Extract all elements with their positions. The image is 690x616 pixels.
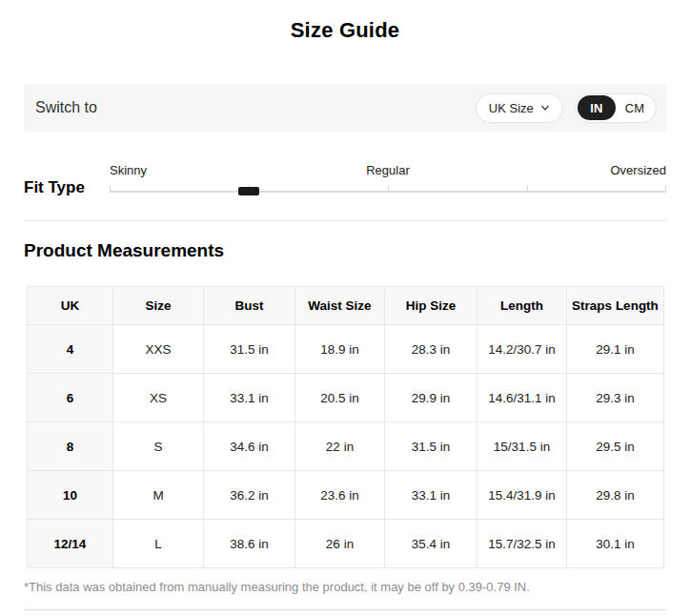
table-row: 12/14L38.6 in26 in35.4 in15.7/32.5 in30.… (28, 520, 664, 568)
switch-to-label: Switch to (35, 99, 97, 116)
measurement-cell: 23.6 in (295, 471, 385, 520)
size-table: UKSizeBustWaist SizeHip SizeLengthStraps… (27, 286, 664, 568)
bottom-divider (24, 609, 666, 610)
slider-tick (388, 185, 389, 193)
fit-type-label: Fit Type (24, 178, 110, 199)
measurement-cell: 38.6 in (204, 520, 295, 568)
measurement-cell: 29.5 in (567, 422, 664, 471)
measurement-cell: M (113, 471, 204, 520)
fit-type-section: Fit Type Skinny Regular Oversized (24, 160, 666, 199)
fit-type-track[interactable] (110, 182, 666, 195)
table-row: 10M36.2 in23.6 in33.1 in15.4/31.9 in29.8… (28, 471, 664, 520)
measurement-cell: 14.2/30.7 in (477, 325, 567, 374)
measurement-cell: 14.6/31.1 in (477, 374, 567, 422)
measurement-cell: XXS (113, 325, 204, 374)
measurement-cell: 36.2 in (204, 471, 295, 520)
fit-type-slider: Skinny Regular Oversized (110, 160, 666, 199)
column-header: Size (113, 287, 204, 325)
unit-option-cm[interactable]: CM (616, 95, 654, 120)
table-row: 6XS33.1 in20.5 in29.9 in14.6/31.1 in29.3… (28, 374, 664, 422)
measurement-cell: 29.8 in (567, 471, 664, 520)
uk-size-cell: 4 (28, 325, 113, 374)
measurement-cell: 18.9 in (295, 325, 385, 374)
size-standard-value: UK Size (489, 101, 534, 115)
page-title: Size Guide (0, 0, 690, 43)
slider-tick (665, 185, 666, 193)
measurement-cell: 15.7/32.5 in (477, 520, 567, 568)
section-divider (24, 220, 666, 221)
measurement-cell: 31.5 in (204, 325, 295, 374)
uk-size-cell: 8 (28, 422, 113, 471)
unit-option-in[interactable]: IN (578, 95, 616, 120)
chevron-down-icon (540, 103, 550, 113)
column-header: Straps Length (567, 287, 664, 325)
column-header: UK (28, 287, 113, 325)
table-row: 8S34.6 in22 in31.5 in15/31.5 in29.5 in (28, 422, 664, 471)
measurement-cell: 15/31.5 in (477, 422, 567, 471)
measurement-cell: 29.3 in (567, 374, 664, 422)
measurement-cell: 35.4 in (385, 520, 477, 568)
slider-tick (110, 185, 111, 193)
product-measurements-heading: Product Measurements (24, 240, 666, 261)
measurement-cell: 33.1 in (204, 374, 295, 422)
column-header: Bust (204, 287, 295, 325)
measurement-cell: 26 in (295, 520, 385, 568)
measurement-disclaimer: *This data was obtained from manually me… (24, 580, 666, 594)
measurement-cell: 28.3 in (385, 325, 477, 374)
measurement-cell: 29.9 in (385, 374, 477, 422)
fit-option-oversized: Oversized (610, 163, 666, 177)
slider-tick (527, 185, 528, 193)
unit-toggle: IN CM (575, 93, 657, 123)
fit-type-options: Skinny Regular Oversized (110, 160, 666, 175)
switch-bar: Switch to UK Size IN CM (24, 84, 666, 132)
slider-handle[interactable] (238, 187, 259, 195)
measurement-cell: 31.5 in (385, 422, 477, 471)
table-row: 4XXS31.5 in18.9 in28.3 in14.2/30.7 in29.… (28, 325, 664, 374)
measurement-cell: 29.1 in (567, 325, 664, 374)
measurement-cell: 33.1 in (385, 471, 477, 520)
measurement-cell: 20.5 in (295, 374, 385, 422)
measurement-cell: 30.1 in (567, 520, 664, 568)
column-header: Waist Size (295, 287, 385, 325)
column-header: Length (477, 287, 567, 325)
uk-size-cell: 10 (28, 471, 113, 520)
measurement-cell: L (113, 520, 204, 568)
uk-size-cell: 6 (28, 374, 113, 422)
size-standard-dropdown[interactable]: UK Size (476, 93, 563, 123)
measurement-cell: 34.6 in (204, 422, 295, 471)
measurement-cell: XS (113, 374, 204, 422)
measurement-cell: 22 in (295, 422, 385, 471)
column-header: Hip Size (385, 287, 477, 325)
measurement-cell: 15.4/31.9 in (477, 471, 567, 520)
size-guide-dialog: Size Guide Switch to UK Size IN CM Fit T… (0, 0, 690, 616)
fit-option-regular: Regular (366, 163, 410, 177)
table-header-row: UKSizeBustWaist SizeHip SizeLengthStraps… (28, 287, 664, 325)
uk-size-cell: 12/14 (28, 520, 113, 568)
fit-option-skinny: Skinny (110, 163, 147, 177)
measurement-cell: S (113, 422, 204, 471)
